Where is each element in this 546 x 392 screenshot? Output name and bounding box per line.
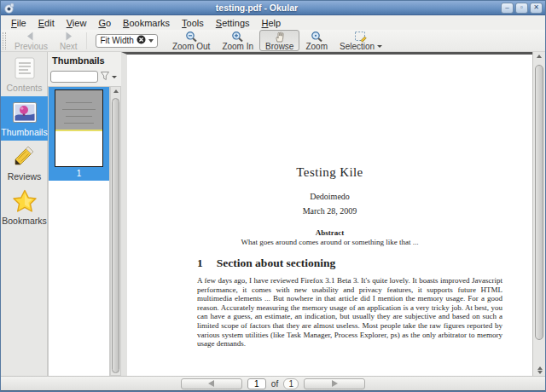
next-button[interactable]: Next [54,30,84,51]
thumbnails-panel-header: Thumbnails [48,52,121,67]
page-next-icon [332,380,338,387]
filter-icon[interactable] [100,69,110,84]
selection-caret-icon [377,45,382,48]
menu-help[interactable]: Help [256,17,288,29]
sidebar-item-label: Thumbnails [1,127,47,137]
scroll-up-icon[interactable] [113,89,119,93]
scroll-down-icon[interactable] [537,371,543,374]
next-icon [61,31,75,42]
menu-view[interactable]: View [61,17,93,29]
zoom-out-icon [185,31,198,42]
previous-button[interactable]: Previous [9,30,54,51]
abstract-heading: Abstract [127,228,532,237]
thumbnails-panel: Thumbnails 1 [48,52,121,376]
menu-edit[interactable]: Edit [32,17,61,29]
thumbnails-icon [12,101,38,126]
thumbnail-list: 1 [48,86,110,376]
sidebar-item-contents[interactable]: Contents [1,52,48,96]
browse-icon [274,31,286,42]
zoom-icon [311,31,323,42]
maximize-button[interactable]: ▫ [515,3,528,14]
zoom-in-icon [231,31,244,42]
toolbar-drag-handle[interactable] [3,32,6,49]
document-view[interactable]: Testing Kile Dedoimedo March 28, 2009 Ab… [121,52,533,376]
zoom-combo-value: Fit Width [100,36,133,45]
scroll-up-icon [537,55,542,58]
page-navigation-bar: of 1 [1,376,545,390]
document-body-text: A few days ago, I have reviewed Firefox … [197,276,502,349]
of-label: of [271,379,278,389]
document-date: March 28, 2009 [127,206,532,216]
zoom-in-button[interactable]: Zoom In [216,30,259,51]
thumbnail-viewport-shade [55,90,102,131]
toolbar-separator [86,32,87,49]
document-author: Dedoimedo [127,192,532,201]
reviews-icon [13,145,37,170]
pdf-page[interactable]: Testing Kile Dedoimedo March 28, 2009 Ab… [127,55,532,376]
toolbar: Previous Next Fit Width Zoom Out [1,30,545,52]
current-page-input[interactable] [247,378,266,389]
zoom-out-label: Zoom Out [172,42,210,51]
menu-go[interactable]: Go [92,17,117,29]
sidebar-item-label: Reviews [8,171,42,182]
sidebar-item-label: Bookmarks [2,216,47,226]
scroll-up-icon[interactable] [537,366,543,370]
sidebar-item-bookmarks[interactable]: Bookmarks [1,185,48,229]
section-number: 1 [197,257,203,269]
selection-button[interactable]: Selection [334,30,388,51]
selection-label: Selection [340,42,375,51]
document-scrollbar-spinners[interactable] [533,366,546,374]
thumbnail-page-image[interactable] [55,89,103,167]
combo-caret-icon[interactable] [148,39,154,43]
okular-window: testing.pdf - Okular – ▫ ✕ File Edit Vie… [0,0,546,392]
page-prev-icon [208,380,214,387]
sidebar-item-label: Contents [6,83,42,93]
sidebar-item-reviews[interactable]: Reviews [1,141,48,185]
abstract-text: What goes around comes around or somethi… [127,238,532,246]
contents-icon [13,56,37,82]
browse-label: Browse [265,42,293,51]
browse-button[interactable]: Browse [259,30,299,51]
next-label: Next [60,42,78,51]
thumbnail-item-1[interactable]: 1 [49,87,109,181]
menu-file[interactable]: File [5,17,32,29]
previous-icon [24,31,38,42]
menu-bookmarks[interactable]: Bookmarks [117,17,176,29]
thumbnail-filter-row [48,67,121,87]
zoom-combo[interactable]: Fit Width [96,34,157,48]
menu-tools[interactable]: Tools [176,17,210,29]
window-title: testing.pdf - Okular [15,3,499,13]
total-pages-badge: 1 [283,378,299,389]
zoom-tool-label: Zoom [305,42,328,51]
menu-settings[interactable]: Settings [210,17,256,29]
thumbnail-scrollbar[interactable] [110,86,121,376]
thumbnail-scrollbar-thumb[interactable] [112,98,119,373]
zoom-tool-button[interactable]: Zoom [299,30,334,51]
selection-icon [354,31,368,42]
section-title: Section about sectioning [217,257,336,269]
previous-page-button[interactable] [181,378,242,389]
filter-caret-icon[interactable] [112,76,117,78]
okular-icon [3,3,15,14]
zoom-out-button[interactable]: Zoom Out [166,30,216,51]
clear-icon[interactable] [136,35,146,46]
close-button[interactable]: ✕ [530,3,543,14]
next-page-button[interactable] [304,378,365,389]
menubar: File Edit View Go Bookmarks Tools Settin… [1,16,545,30]
bookmarks-icon [12,189,38,215]
section-heading: 1Section about sectioning [197,257,532,270]
zoom-in-label: Zoom In [222,42,253,51]
document-title: Testing Kile [127,165,532,180]
thumbnail-page-number: 1 [77,167,82,181]
titlebar[interactable]: testing.pdf - Okular – ▫ ✕ [1,1,545,15]
minimize-button[interactable]: – [501,3,514,14]
sidebar: Contents Thumbnails Reviews Bookmarks [1,52,48,376]
document-vertical-scrollbar[interactable] [532,52,545,376]
previous-label: Previous [15,42,48,51]
document-scrollbar-thumb[interactable] [535,65,543,340]
thumbnail-filter-input[interactable] [50,71,98,83]
sidebar-item-thumbnails[interactable]: Thumbnails [1,96,48,141]
